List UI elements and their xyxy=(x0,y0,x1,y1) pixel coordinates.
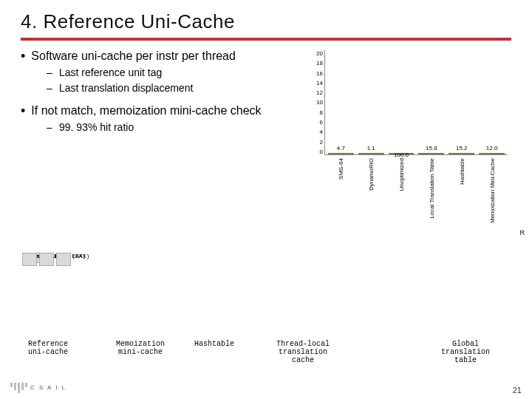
title-divider xyxy=(21,38,511,41)
label-thread-local-cache: Thread-local translation cache xyxy=(259,340,347,364)
label-memo-minicache: Memoization mini-cache xyxy=(103,340,177,356)
bullet-icon: • xyxy=(21,103,25,119)
bar-value: 1.1 xyxy=(367,145,375,151)
dash-icon: – xyxy=(46,81,53,95)
label-hashtable: Hashtable xyxy=(185,340,244,348)
bar xyxy=(328,153,354,154)
bullet-2a: 99. 93% hit ratio xyxy=(59,120,134,134)
x-label: SMS-64 xyxy=(337,158,344,180)
r-mark: R xyxy=(520,229,525,236)
bullet-2: If not match, memoization mini-cache che… xyxy=(31,103,261,119)
label-ref-unicache: Reference uni-cache xyxy=(15,340,81,356)
bullet-1a: Last reference unit tag xyxy=(59,66,162,80)
x-label: Unoptimized xyxy=(398,158,404,191)
bar xyxy=(479,153,505,154)
bar-value: 15.2 xyxy=(456,145,468,151)
bar xyxy=(449,153,474,154)
bar-value: 12.0 xyxy=(486,145,498,151)
x-label: Memoization Mini-Cache xyxy=(488,158,495,223)
dash-icon: – xyxy=(46,120,53,134)
page-number: 21 xyxy=(513,386,522,395)
slide-title: 4. Reference Uni-Cache xyxy=(21,10,511,33)
x-label: Hashtable xyxy=(458,158,465,185)
bullet-icon: • xyxy=(21,48,25,64)
csail-logo: C S A I L xyxy=(10,383,66,393)
x-axis: SMS-64 DynamoRIO Unoptimized Local Trans… xyxy=(324,158,508,220)
bullet-list: •Software uni-cache per instr per thread… xyxy=(21,48,298,134)
x-label: Local Translation Table xyxy=(428,158,434,219)
bar xyxy=(358,153,384,154)
bar xyxy=(418,153,444,154)
x-label: DynamoRIO xyxy=(367,158,374,191)
bar-value: 4.7 xyxy=(337,145,345,151)
bullet-1b: Last translation displacement xyxy=(59,81,193,95)
cache-diagram: ADD $4, (EAX) SUB (EAX),ebx(EAX) STORE (… xyxy=(22,253,510,371)
chart-plot: 4.7 1.1 100.0 15.8 15.2 12.0 xyxy=(324,50,508,155)
bar-value: 15.8 xyxy=(426,145,437,151)
bar-value: 100.0 xyxy=(394,151,409,158)
label-global-translation-table: Global translation table xyxy=(421,340,510,364)
y-axis: 20181614121086420 xyxy=(302,50,323,155)
bullet-1: Software uni-cache per instr per thread xyxy=(31,48,236,64)
bar-chart: 20181614121086420 4.7 1.1 100.0 15.8 15.… xyxy=(292,50,514,225)
dash-icon: – xyxy=(46,66,53,80)
